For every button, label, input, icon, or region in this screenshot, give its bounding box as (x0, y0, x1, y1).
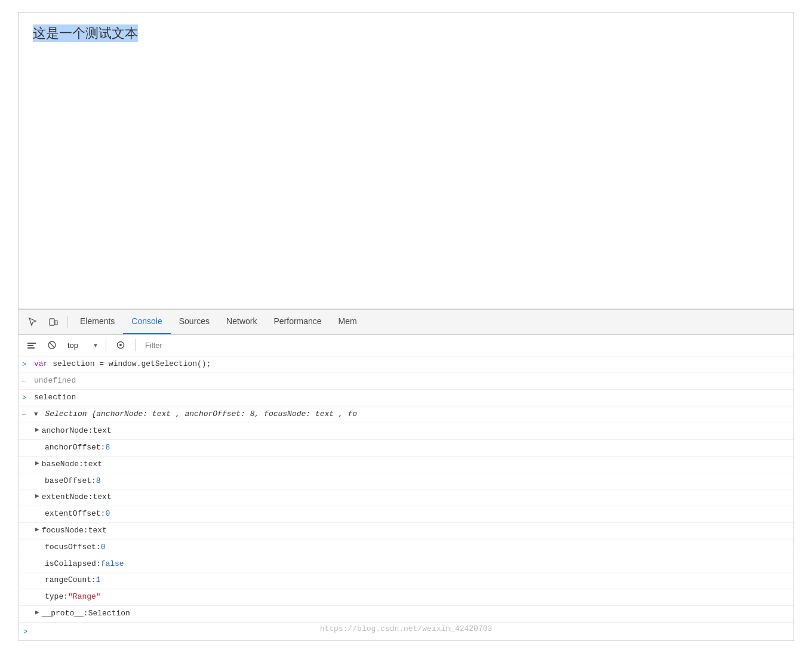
svg-rect-1 (55, 321, 57, 325)
filter-input[interactable] (142, 340, 789, 351)
console-line-baseNode: ▶ baseNode: text (19, 457, 793, 473)
tab-console[interactable]: Console (123, 309, 170, 334)
tab-network[interactable]: Network (218, 309, 265, 334)
console-input[interactable] (35, 627, 789, 636)
tab-memory[interactable]: Mem (330, 309, 365, 334)
console-line-extentNode: ▶ extentNode: text (19, 489, 793, 506)
arrow-3: > (22, 393, 30, 404)
input-prompt: > (23, 627, 32, 638)
console-output: > var selection = window.getSelection();… (19, 356, 793, 641)
svg-line-6 (50, 343, 55, 348)
tab-performance[interactable]: Performance (265, 309, 330, 334)
console-line-isCollapsed: isCollapsed: false (19, 556, 793, 573)
console-line-type: type: "Range" (19, 589, 793, 606)
tab-divider-1 (67, 316, 68, 328)
clear-console-button[interactable] (23, 337, 40, 353)
console-input-line: > (19, 623, 793, 640)
live-expressions-button[interactable] (112, 337, 129, 353)
svg-rect-2 (27, 343, 36, 344)
console-line-extentOffset: extentOffset: 0 (19, 506, 793, 523)
inspect-element-icon[interactable] (23, 312, 42, 331)
console-line-focusNode: ▶ focusNode: text (19, 523, 793, 540)
console-line-4: ← ▼ Selection {anchorNode: text , anchor… (19, 406, 793, 423)
line-content-1: var selection = window.getSelection(); (34, 358, 789, 371)
expand-triangle-anchorNode[interactable]: ▶ (35, 425, 39, 436)
arrow-1: > (22, 359, 30, 371)
block-requests-button[interactable] (44, 337, 60, 353)
context-selector[interactable]: top (64, 340, 100, 351)
page-text: 这是一个测试文本 (33, 24, 779, 42)
toolbar-divider-2 (135, 339, 136, 351)
line-content-2: undefined (34, 375, 789, 387)
expand-triangle-baseNode[interactable]: ▶ (35, 458, 39, 469)
device-toolbar-icon[interactable] (44, 312, 63, 331)
svg-rect-4 (27, 347, 35, 349)
console-line-1: > var selection = window.getSelection(); (19, 356, 793, 373)
expand-triangle-focusNode[interactable]: ▶ (35, 525, 39, 535)
expand-triangle-4[interactable]: ▼ (34, 409, 38, 420)
console-line-2: ← undefined (19, 373, 793, 390)
context-selector-wrapper[interactable]: top ▼ (64, 340, 100, 351)
line-content-3: selection (34, 392, 789, 404)
keyword-var: var (34, 359, 48, 368)
arrow-4: ← (22, 409, 30, 421)
highlighted-text: 这是一个测试文本 (33, 24, 138, 42)
toolbar-divider (106, 339, 106, 351)
console-toolbar: top ▼ (19, 335, 793, 356)
console-line-focusOffset: focusOffset: 0 (19, 540, 793, 556)
console-line-anchorNode: ▶ anchorNode: text (19, 423, 793, 440)
svg-point-8 (119, 344, 122, 346)
tab-elements[interactable]: Elements (72, 309, 123, 334)
console-line-proto: ▶ __proto__: Selection (19, 606, 793, 623)
console-line-rangeCount: rangeCount: 1 (19, 572, 793, 589)
expand-triangle-proto[interactable]: ▶ (35, 608, 39, 618)
tab-sources[interactable]: Sources (171, 309, 218, 334)
line-content-4: ▼ Selection {anchorNode: text , anchorOf… (34, 408, 789, 421)
svg-rect-0 (50, 319, 54, 325)
arrow-2: ← (22, 376, 30, 387)
devtools-panel: Elements Console Sources Network Perform… (18, 309, 794, 642)
console-line-baseOffset: baseOffset: 8 (19, 473, 793, 490)
page-area: 这是一个测试文本 (18, 12, 794, 309)
console-line-anchorOffset: anchorOffset: 8 (19, 440, 793, 457)
console-line-3: > selection (19, 390, 793, 406)
devtools-tab-bar: Elements Console Sources Network Perform… (19, 310, 793, 335)
expand-triangle-extentNode[interactable]: ▶ (35, 491, 39, 502)
svg-rect-3 (27, 345, 33, 346)
